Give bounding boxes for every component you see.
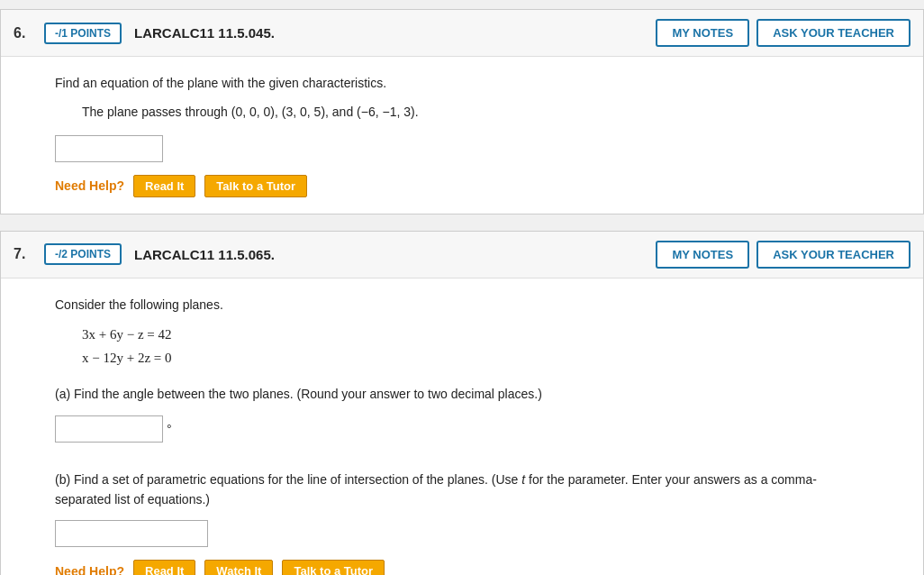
talk-to-tutor-button-6[interactable]: Talk to a Tutor <box>204 175 307 197</box>
talk-to-tutor-button-7[interactable]: Talk to a Tutor <box>282 560 385 575</box>
points-badge-7[interactable]: -/2 POINTS <box>44 243 122 265</box>
read-it-button-7[interactable]: Read It <box>133 560 195 575</box>
question-6-answer-area <box>55 135 869 162</box>
ask-teacher-button-6[interactable]: ASK YOUR TEACHER <box>756 19 910 47</box>
question-7-part-b-answer-area <box>55 520 869 547</box>
question-6-header: 6. -/1 POINTS LARCALC11 11.5.045. MY NOT… <box>1 10 923 57</box>
problem-id-7: LARCALC11 11.5.065. <box>134 247 643 262</box>
degree-symbol: ° <box>167 422 172 436</box>
watch-it-button-7[interactable]: Watch It <box>204 560 273 575</box>
need-help-label-6: Need Help? <box>55 178 124 193</box>
question-7-part-b-input[interactable] <box>55 520 208 547</box>
question-6-number: 6. <box>14 25 32 41</box>
page-wrapper: 6. -/1 POINTS LARCALC11 11.5.045. MY NOT… <box>0 0 924 575</box>
question-7-part-a-text: (a) Find the angle between the two plane… <box>55 384 869 404</box>
question-7-number: 7. <box>14 246 32 262</box>
question-block-6: 6. -/1 POINTS LARCALC11 11.5.045. MY NOT… <box>0 9 924 214</box>
need-help-row-7: Need Help? Read It Watch It Talk to a Tu… <box>55 560 869 575</box>
question-6-body: Find an equation of the plane with the g… <box>1 57 923 214</box>
need-help-label-7: Need Help? <box>55 564 124 575</box>
my-notes-button-7[interactable]: MY NOTES <box>656 241 749 269</box>
question-6-sub-text: The plane passes through (0, 0, 0), (3, … <box>82 102 869 122</box>
question-6-main-text: Find an equation of the plane with the g… <box>55 73 869 93</box>
header-buttons-6: MY NOTES ASK YOUR TEACHER <box>656 19 910 47</box>
read-it-button-6[interactable]: Read It <box>133 175 195 197</box>
question-block-7: 7. -/2 POINTS LARCALC11 11.5.065. MY NOT… <box>0 231 924 575</box>
my-notes-button-6[interactable]: MY NOTES <box>656 19 749 47</box>
question-7-part-b-text: (b) Find a set of parametric equations f… <box>55 470 869 510</box>
question-7-main-text: Consider the following planes. <box>55 295 869 315</box>
question-7-math-line-2: x − 12y + 2z = 0 <box>82 347 869 370</box>
question-6-answer-input[interactable] <box>55 135 163 162</box>
problem-id-6: LARCALC11 11.5.045. <box>134 25 643 41</box>
question-7-part-a-input[interactable] <box>55 415 163 443</box>
points-badge-6[interactable]: -/1 POINTS <box>44 23 122 44</box>
ask-teacher-button-7[interactable]: ASK YOUR TEACHER <box>756 241 910 269</box>
question-7-math-line-1: 3x + 6y − z = 42 <box>82 324 869 347</box>
question-7-body: Consider the following planes. 3x + 6y −… <box>1 278 923 575</box>
need-help-row-6: Need Help? Read It Talk to a Tutor <box>55 175 869 197</box>
header-buttons-7: MY NOTES ASK YOUR TEACHER <box>656 241 910 269</box>
question-7-part-a-answer-row: ° <box>55 415 869 443</box>
question-7-header: 7. -/2 POINTS LARCALC11 11.5.065. MY NOT… <box>1 232 923 278</box>
